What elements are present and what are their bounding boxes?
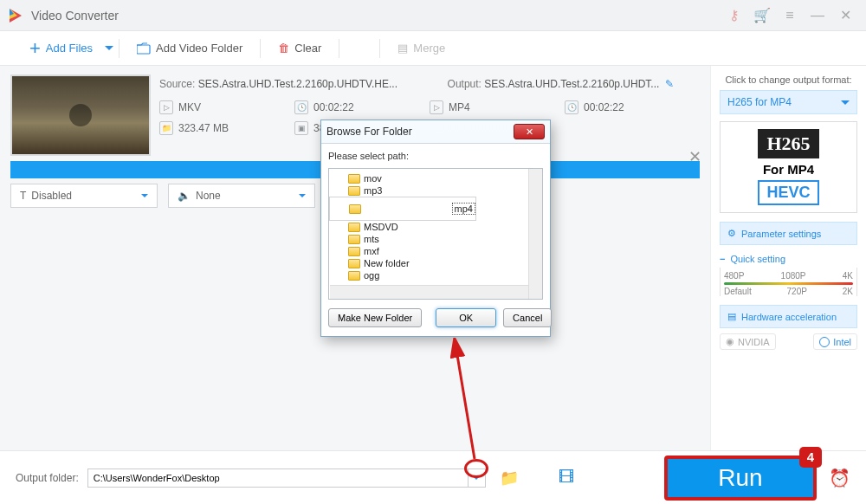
minimize-icon[interactable]: — xyxy=(804,8,831,23)
output-format-preview[interactable]: H265 For MP4 HEVC xyxy=(720,121,857,213)
tree-item-label: ogg xyxy=(364,270,379,281)
source-label: Source: xyxy=(159,78,195,90)
hardware-acceleration-button[interactable]: ▤ Hardware acceleration xyxy=(720,305,857,328)
tree-item-label: mp4 xyxy=(452,203,475,215)
tree-item-label: mts xyxy=(364,234,379,244)
parameter-settings-button[interactable]: ⚙ Parameter settings xyxy=(720,222,857,245)
resolution-scale-top: 480P 1080P 4K xyxy=(724,271,853,281)
folder-icon xyxy=(348,186,360,196)
hevc-badge: HEVC xyxy=(758,180,818,205)
scrollbar-horizontal[interactable] xyxy=(330,285,528,299)
audio-value: None xyxy=(196,190,221,202)
add-files-dropdown-icon[interactable] xyxy=(105,46,113,50)
edit-icon[interactable]: ✎ xyxy=(665,78,674,90)
dialog-title: Browse For Folder xyxy=(326,126,412,138)
tree-item[interactable]: mxf xyxy=(329,245,542,257)
close-icon[interactable]: ✕ xyxy=(831,7,859,23)
tree-item-label: mxf xyxy=(364,246,379,256)
folder-icon xyxy=(348,174,360,184)
tree-item[interactable]: ogg xyxy=(329,269,542,281)
menu-icon[interactable]: ≡ xyxy=(776,8,804,23)
run-label: Run xyxy=(718,464,762,492)
make-new-folder-button[interactable]: Make New Folder xyxy=(328,308,422,327)
merge-icon: ▤ xyxy=(397,42,408,55)
folder-plus-icon xyxy=(137,42,151,55)
subtitle-select[interactable]: TDisabled xyxy=(10,184,158,208)
annotation-arrow xyxy=(450,338,485,468)
output-format-label: H265 for MP4 xyxy=(727,96,792,108)
add-files-label: Add Files xyxy=(46,42,93,55)
cancel-button[interactable]: Cancel xyxy=(503,308,552,327)
merge-button[interactable]: ▤ Merge xyxy=(385,38,457,58)
source-size: 323.47 MB xyxy=(178,122,229,134)
scrollbar-vertical[interactable] xyxy=(528,169,542,299)
step-badge: 4 xyxy=(799,447,822,468)
chevron-down-icon xyxy=(841,100,850,105)
key-icon[interactable]: ⚷ xyxy=(721,7,748,23)
alarm-icon[interactable]: ⏰ xyxy=(829,468,850,488)
output-folder-label: Output folder: xyxy=(16,472,79,484)
tree-item-label: MSDVD xyxy=(364,222,398,232)
clear-button[interactable]: 🗑 Clear xyxy=(266,38,333,58)
intel-badge: Intel xyxy=(813,333,857,350)
annotation-circle xyxy=(464,459,488,478)
video-thumbnail[interactable] xyxy=(10,74,151,156)
folder-icon xyxy=(348,223,360,232)
dialog-close-icon[interactable]: ✕ xyxy=(514,124,545,139)
cart-icon[interactable]: 🛒 xyxy=(748,7,776,23)
tree-item[interactable]: mts xyxy=(329,233,542,245)
toolbar: + Add Files Add Video Folder 🗑 Clear ▤ M… xyxy=(0,31,866,66)
merge-label: Merge xyxy=(413,42,445,55)
app-title: Video Converter xyxy=(31,9,119,23)
add-video-folder-label: Add Video Folder xyxy=(156,42,242,55)
for-mp4-label: For MP4 xyxy=(727,162,850,177)
source-filename: SES.Astra.UHD.Test.2.2160p.UHDTV.HE... xyxy=(198,78,397,90)
tree-item[interactable]: mp3 xyxy=(329,184,542,197)
tree-item[interactable]: New folder xyxy=(329,257,542,269)
chip-icon: ▤ xyxy=(727,311,736,322)
add-video-folder-button[interactable]: Add Video Folder xyxy=(125,38,255,58)
minus-icon: − xyxy=(720,254,725,264)
clock-icon: 🕓 xyxy=(565,100,578,114)
source-duration: 00:02:22 xyxy=(313,101,354,113)
resolution-slider[interactable] xyxy=(724,282,853,285)
folder-icon xyxy=(349,204,361,214)
folder-tree[interactable]: movmp3mp4MSDVDmtsmxfNew folderogg xyxy=(328,168,543,300)
audio-select[interactable]: 🔈None xyxy=(168,184,315,208)
output-filename: SES.Astra.UHD.Test.2.2160p.UHDT... xyxy=(484,78,659,90)
chevron-down-icon xyxy=(141,194,148,197)
add-files-button[interactable]: + Add Files xyxy=(17,36,105,61)
output-duration: 00:02:22 xyxy=(584,101,624,113)
nvidia-icon: ◉ xyxy=(726,336,734,347)
h265-badge: H265 xyxy=(758,129,818,158)
run-button[interactable]: Run 4 xyxy=(664,456,817,501)
sliders-icon: ⚙ xyxy=(727,228,736,239)
hardware-acceleration-label: Hardware acceleration xyxy=(741,312,837,322)
subtitle-value: Disabled xyxy=(31,190,72,202)
clock-icon: 🕓 xyxy=(294,100,308,114)
tree-item[interactable]: mp4 xyxy=(329,197,476,221)
output-folder-input[interactable] xyxy=(87,468,469,488)
output-format-select[interactable]: H265 for MP4 xyxy=(720,90,857,114)
subtitle-icon: T xyxy=(20,190,26,202)
open-folder-icon[interactable]: 📁 xyxy=(498,468,520,488)
resolution-scale-bottom: Default 720P 2K xyxy=(724,287,853,296)
clear-label: Clear xyxy=(294,42,321,55)
folder-icon xyxy=(348,235,360,244)
ok-button[interactable]: OK xyxy=(436,308,496,327)
folder-icon xyxy=(348,247,360,256)
tree-item-label: New folder xyxy=(364,258,410,268)
folder-icon: 📁 xyxy=(159,121,173,135)
folder-icon xyxy=(348,259,360,268)
bottom-bar: Output folder: 📁 🎞 Run 4 ⏰ xyxy=(0,450,866,504)
format-icon: ▷ xyxy=(430,100,443,114)
tree-item-label: mp3 xyxy=(364,185,382,196)
output-format: MP4 xyxy=(449,101,470,113)
film-icon[interactable]: 🎞 xyxy=(555,468,578,488)
remove-item-icon[interactable]: ✕ xyxy=(688,147,701,166)
intel-icon xyxy=(819,337,830,347)
svg-rect-0 xyxy=(137,45,150,54)
svg-line-1 xyxy=(456,345,475,459)
tree-item[interactable]: MSDVD xyxy=(329,221,542,233)
tree-item[interactable]: mov xyxy=(329,172,542,184)
